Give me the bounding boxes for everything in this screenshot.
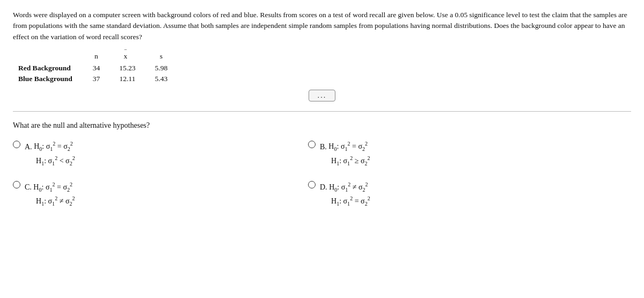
radio-a[interactable]	[13, 141, 20, 148]
radio-d[interactable]	[308, 181, 316, 188]
options-grid: A. H0: σ12 = σ22 H1: σ12 < σ22 B. H0: σ1…	[13, 140, 603, 208]
intro-paragraph: Words were displayed on a computer scree…	[13, 10, 631, 42]
data-table: n x s Red Background 34 15.23 5.98 Blue …	[18, 52, 177, 84]
radio-b[interactable]	[308, 141, 316, 148]
option-d-content: D. H0: σ12 ≠ σ22 H1: σ12 = σ22	[320, 180, 370, 208]
option-a-h1: H1: σ12 < σ22	[36, 157, 75, 165]
option-d-letter: D.	[320, 183, 329, 191]
n-blue: 37	[83, 74, 110, 84]
n-red: 34	[83, 63, 110, 74]
radio-c[interactable]	[13, 181, 20, 188]
option-d: D. H0: σ12 ≠ σ22 H1: σ12 = σ22	[308, 180, 603, 208]
col-n: n	[83, 52, 110, 63]
x-blue: 12.11	[109, 74, 145, 84]
option-a-content: A. H0: σ12 = σ22 H1: σ12 < σ22	[25, 140, 75, 168]
option-a: A. H0: σ12 = σ22 H1: σ12 < σ22	[13, 140, 308, 168]
option-c-h1: H1: σ12 ≠ σ22	[36, 197, 75, 205]
question-text: What are the null and alternative hypoth…	[13, 121, 631, 130]
col-xbar: x	[109, 52, 145, 63]
option-b-h1: H1: σ12 ≥ σ22	[331, 157, 370, 165]
divider	[13, 111, 631, 112]
label-red: Red Background	[18, 63, 83, 74]
option-b-h0: H0: σ12 = σ22	[328, 142, 368, 150]
table-row-blue: Blue Background 37 12.11 5.43	[18, 74, 177, 84]
s-blue: 5.43	[145, 74, 178, 84]
col-s: s	[145, 52, 178, 63]
table-row-red: Red Background 34 15.23 5.98	[18, 63, 177, 74]
option-d-h1: H1: σ12 = σ22	[331, 197, 370, 205]
option-c: C. H0: σ12 = σ22 H1: σ12 ≠ σ22	[13, 180, 308, 208]
option-c-h0: H0: σ12 = σ22	[33, 183, 72, 191]
option-b-letter: B.	[320, 142, 328, 150]
s-red: 5.98	[145, 63, 178, 74]
option-c-letter: C.	[25, 183, 33, 191]
option-a-letter: A.	[25, 142, 34, 150]
option-b-content: B. H0: σ12 = σ22 H1: σ12 ≥ σ22	[320, 140, 370, 168]
option-c-content: C. H0: σ12 = σ22 H1: σ12 ≠ σ22	[25, 180, 75, 208]
more-options-button[interactable]: ...	[309, 90, 335, 101]
x-red: 15.23	[109, 63, 145, 74]
label-blue: Blue Background	[18, 74, 83, 84]
option-a-h0: H0: σ12 = σ22	[34, 142, 73, 150]
option-d-h0: H0: σ12 ≠ σ22	[329, 183, 368, 191]
option-b: B. H0: σ12 = σ22 H1: σ12 ≥ σ22	[308, 140, 603, 168]
